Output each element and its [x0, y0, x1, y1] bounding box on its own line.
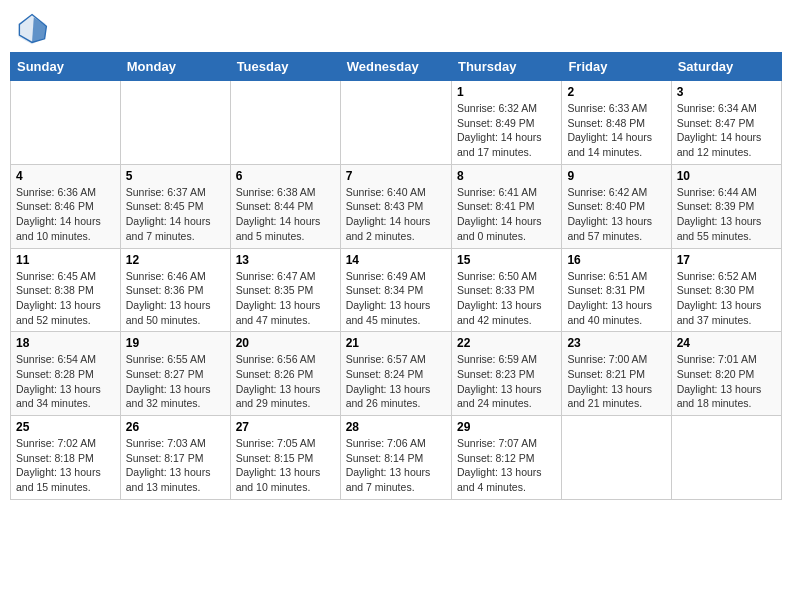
- day-info: Sunrise: 6:37 AM Sunset: 8:45 PM Dayligh…: [126, 185, 225, 244]
- day-number: 19: [126, 336, 225, 350]
- day-cell: 11Sunrise: 6:45 AM Sunset: 8:38 PM Dayli…: [11, 248, 121, 332]
- page-header: [10, 10, 782, 46]
- column-header-saturday: Saturday: [671, 53, 781, 81]
- day-number: 8: [457, 169, 556, 183]
- logo-icon: [14, 10, 50, 46]
- day-number: 24: [677, 336, 776, 350]
- day-cell: 8Sunrise: 6:41 AM Sunset: 8:41 PM Daylig…: [451, 164, 561, 248]
- day-number: 15: [457, 253, 556, 267]
- day-cell: 20Sunrise: 6:56 AM Sunset: 8:26 PM Dayli…: [230, 332, 340, 416]
- day-cell: 18Sunrise: 6:54 AM Sunset: 8:28 PM Dayli…: [11, 332, 121, 416]
- day-info: Sunrise: 6:34 AM Sunset: 8:47 PM Dayligh…: [677, 101, 776, 160]
- day-number: 20: [236, 336, 335, 350]
- day-info: Sunrise: 6:38 AM Sunset: 8:44 PM Dayligh…: [236, 185, 335, 244]
- day-info: Sunrise: 6:52 AM Sunset: 8:30 PM Dayligh…: [677, 269, 776, 328]
- day-cell: [340, 81, 451, 165]
- day-info: Sunrise: 7:01 AM Sunset: 8:20 PM Dayligh…: [677, 352, 776, 411]
- day-number: 11: [16, 253, 115, 267]
- day-cell: 24Sunrise: 7:01 AM Sunset: 8:20 PM Dayli…: [671, 332, 781, 416]
- day-number: 6: [236, 169, 335, 183]
- day-number: 9: [567, 169, 665, 183]
- day-number: 22: [457, 336, 556, 350]
- day-cell: 27Sunrise: 7:05 AM Sunset: 8:15 PM Dayli…: [230, 416, 340, 500]
- day-number: 18: [16, 336, 115, 350]
- day-info: Sunrise: 6:50 AM Sunset: 8:33 PM Dayligh…: [457, 269, 556, 328]
- day-number: 5: [126, 169, 225, 183]
- day-info: Sunrise: 7:02 AM Sunset: 8:18 PM Dayligh…: [16, 436, 115, 495]
- day-info: Sunrise: 7:07 AM Sunset: 8:12 PM Dayligh…: [457, 436, 556, 495]
- day-info: Sunrise: 6:55 AM Sunset: 8:27 PM Dayligh…: [126, 352, 225, 411]
- day-info: Sunrise: 6:46 AM Sunset: 8:36 PM Dayligh…: [126, 269, 225, 328]
- day-cell: [671, 416, 781, 500]
- day-info: Sunrise: 7:06 AM Sunset: 8:14 PM Dayligh…: [346, 436, 446, 495]
- column-header-friday: Friday: [562, 53, 671, 81]
- day-number: 7: [346, 169, 446, 183]
- week-row-3: 11Sunrise: 6:45 AM Sunset: 8:38 PM Dayli…: [11, 248, 782, 332]
- day-cell: 17Sunrise: 6:52 AM Sunset: 8:30 PM Dayli…: [671, 248, 781, 332]
- day-info: Sunrise: 7:03 AM Sunset: 8:17 PM Dayligh…: [126, 436, 225, 495]
- day-info: Sunrise: 6:42 AM Sunset: 8:40 PM Dayligh…: [567, 185, 665, 244]
- column-header-monday: Monday: [120, 53, 230, 81]
- day-number: 14: [346, 253, 446, 267]
- day-number: 21: [346, 336, 446, 350]
- day-cell: 14Sunrise: 6:49 AM Sunset: 8:34 PM Dayli…: [340, 248, 451, 332]
- day-number: 16: [567, 253, 665, 267]
- day-info: Sunrise: 6:59 AM Sunset: 8:23 PM Dayligh…: [457, 352, 556, 411]
- column-header-wednesday: Wednesday: [340, 53, 451, 81]
- day-cell: 2Sunrise: 6:33 AM Sunset: 8:48 PM Daylig…: [562, 81, 671, 165]
- day-cell: 21Sunrise: 6:57 AM Sunset: 8:24 PM Dayli…: [340, 332, 451, 416]
- day-number: 27: [236, 420, 335, 434]
- day-number: 23: [567, 336, 665, 350]
- day-number: 25: [16, 420, 115, 434]
- day-number: 12: [126, 253, 225, 267]
- day-cell: 3Sunrise: 6:34 AM Sunset: 8:47 PM Daylig…: [671, 81, 781, 165]
- day-info: Sunrise: 6:33 AM Sunset: 8:48 PM Dayligh…: [567, 101, 665, 160]
- day-number: 10: [677, 169, 776, 183]
- day-number: 1: [457, 85, 556, 99]
- day-number: 17: [677, 253, 776, 267]
- day-cell: 26Sunrise: 7:03 AM Sunset: 8:17 PM Dayli…: [120, 416, 230, 500]
- day-cell: 1Sunrise: 6:32 AM Sunset: 8:49 PM Daylig…: [451, 81, 561, 165]
- day-cell: 16Sunrise: 6:51 AM Sunset: 8:31 PM Dayli…: [562, 248, 671, 332]
- day-cell: [11, 81, 121, 165]
- day-info: Sunrise: 6:49 AM Sunset: 8:34 PM Dayligh…: [346, 269, 446, 328]
- day-number: 26: [126, 420, 225, 434]
- header-row: SundayMondayTuesdayWednesdayThursdayFrid…: [11, 53, 782, 81]
- day-number: 2: [567, 85, 665, 99]
- logo: [14, 10, 54, 46]
- day-cell: 7Sunrise: 6:40 AM Sunset: 8:43 PM Daylig…: [340, 164, 451, 248]
- day-cell: 25Sunrise: 7:02 AM Sunset: 8:18 PM Dayli…: [11, 416, 121, 500]
- day-info: Sunrise: 6:47 AM Sunset: 8:35 PM Dayligh…: [236, 269, 335, 328]
- week-row-1: 1Sunrise: 6:32 AM Sunset: 8:49 PM Daylig…: [11, 81, 782, 165]
- day-info: Sunrise: 6:57 AM Sunset: 8:24 PM Dayligh…: [346, 352, 446, 411]
- day-cell: [120, 81, 230, 165]
- day-info: Sunrise: 6:32 AM Sunset: 8:49 PM Dayligh…: [457, 101, 556, 160]
- day-info: Sunrise: 6:56 AM Sunset: 8:26 PM Dayligh…: [236, 352, 335, 411]
- day-info: Sunrise: 7:00 AM Sunset: 8:21 PM Dayligh…: [567, 352, 665, 411]
- day-cell: 6Sunrise: 6:38 AM Sunset: 8:44 PM Daylig…: [230, 164, 340, 248]
- column-header-sunday: Sunday: [11, 53, 121, 81]
- day-number: 28: [346, 420, 446, 434]
- day-info: Sunrise: 6:51 AM Sunset: 8:31 PM Dayligh…: [567, 269, 665, 328]
- day-info: Sunrise: 7:05 AM Sunset: 8:15 PM Dayligh…: [236, 436, 335, 495]
- day-cell: 22Sunrise: 6:59 AM Sunset: 8:23 PM Dayli…: [451, 332, 561, 416]
- day-number: 4: [16, 169, 115, 183]
- day-cell: 13Sunrise: 6:47 AM Sunset: 8:35 PM Dayli…: [230, 248, 340, 332]
- week-row-4: 18Sunrise: 6:54 AM Sunset: 8:28 PM Dayli…: [11, 332, 782, 416]
- week-row-2: 4Sunrise: 6:36 AM Sunset: 8:46 PM Daylig…: [11, 164, 782, 248]
- day-cell: 4Sunrise: 6:36 AM Sunset: 8:46 PM Daylig…: [11, 164, 121, 248]
- day-cell: 19Sunrise: 6:55 AM Sunset: 8:27 PM Dayli…: [120, 332, 230, 416]
- day-cell: 15Sunrise: 6:50 AM Sunset: 8:33 PM Dayli…: [451, 248, 561, 332]
- column-header-tuesday: Tuesday: [230, 53, 340, 81]
- day-info: Sunrise: 6:36 AM Sunset: 8:46 PM Dayligh…: [16, 185, 115, 244]
- column-header-thursday: Thursday: [451, 53, 561, 81]
- day-cell: 29Sunrise: 7:07 AM Sunset: 8:12 PM Dayli…: [451, 416, 561, 500]
- calendar-table: SundayMondayTuesdayWednesdayThursdayFrid…: [10, 52, 782, 500]
- day-info: Sunrise: 6:54 AM Sunset: 8:28 PM Dayligh…: [16, 352, 115, 411]
- day-cell: [562, 416, 671, 500]
- day-cell: 9Sunrise: 6:42 AM Sunset: 8:40 PM Daylig…: [562, 164, 671, 248]
- day-info: Sunrise: 6:40 AM Sunset: 8:43 PM Dayligh…: [346, 185, 446, 244]
- week-row-5: 25Sunrise: 7:02 AM Sunset: 8:18 PM Dayli…: [11, 416, 782, 500]
- day-number: 13: [236, 253, 335, 267]
- day-cell: 5Sunrise: 6:37 AM Sunset: 8:45 PM Daylig…: [120, 164, 230, 248]
